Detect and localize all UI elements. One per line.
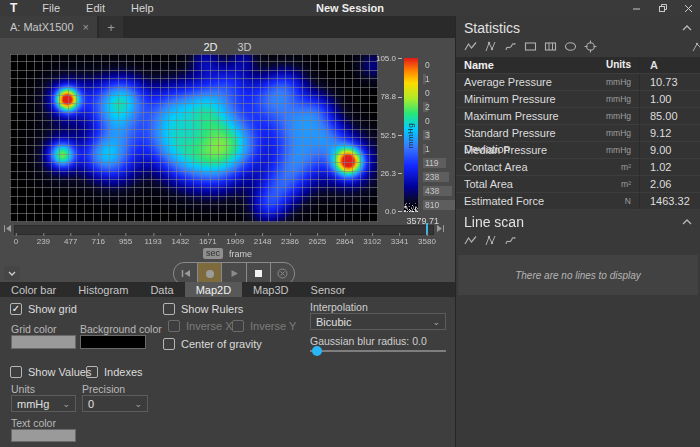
center-of-gravity-checkbox[interactable]: Center of gravity	[163, 338, 262, 350]
minimize-icon[interactable]	[630, 2, 642, 14]
histogram-bin: 3	[423, 128, 455, 142]
play-button[interactable]	[222, 263, 246, 284]
show-rulers-checkbox[interactable]: Show Rulers	[163, 303, 243, 315]
gaussian-blur-slider[interactable]	[310, 350, 446, 352]
tab-sensor[interactable]: Sensor	[300, 282, 357, 297]
tab-color-bar[interactable]: Color bar	[0, 282, 67, 297]
timeline-tick: 3341	[391, 237, 409, 246]
timeline-tick: 1909	[226, 237, 244, 246]
checkbox-icon	[232, 320, 244, 332]
histogram-count: 0	[425, 86, 430, 100]
unit-sec-toggle[interactable]: sec	[203, 248, 223, 259]
stat-name: Maximum Pressure	[464, 108, 589, 124]
timeline-tick: 3580	[418, 237, 436, 246]
units-dropdown[interactable]: mmHg ⌄	[11, 395, 76, 412]
line-scan-header: Line scan	[456, 210, 700, 232]
rectangle-tool-icon[interactable]	[524, 40, 537, 53]
inverse-x-checkbox[interactable]: Inverse X	[168, 320, 232, 332]
unit-frame-toggle[interactable]: frame	[229, 249, 252, 259]
stat-value: 1.00	[639, 91, 700, 107]
tab-close-icon[interactable]: ×	[83, 21, 89, 33]
ellipse-tool-icon[interactable]	[564, 40, 577, 53]
colorbar-tick: 26.3	[380, 169, 402, 178]
skip-right-icon[interactable]	[436, 224, 446, 234]
statistics-table-header: Name Units A	[456, 57, 700, 74]
grid-region-tool-icon[interactable]	[544, 40, 557, 53]
stat-units: m²	[589, 176, 639, 192]
tab-histogram[interactable]: Histogram	[67, 282, 139, 297]
interpolation-dropdown[interactable]: Bicubic ⌄	[310, 313, 446, 330]
inverse-y-label: Inverse Y	[250, 320, 296, 332]
table-row: Minimum Pressure mmHg 1.00	[456, 91, 700, 108]
stop-button[interactable]	[247, 263, 271, 284]
timeline-tick: 955	[119, 237, 132, 246]
indexes-checkbox[interactable]: Indexes	[86, 366, 143, 378]
text-color-label: Text color	[11, 417, 56, 429]
polyline-tool-icon[interactable]	[484, 40, 497, 53]
histogram-bin: 810	[423, 198, 455, 212]
collapse-statistics-icon[interactable]	[682, 25, 692, 31]
timeline-axis: 0 239 477 716 955 1193 1432 1671 1909 21…	[0, 237, 455, 246]
show-grid-checkbox[interactable]: Show grid	[10, 303, 77, 315]
show-grid-label: Show grid	[28, 303, 77, 315]
crosshair-tool-icon[interactable]	[584, 40, 597, 53]
window-title: New Session	[0, 2, 700, 14]
background-color-label: Background color	[80, 323, 162, 335]
show-rulers-label: Show Rulers	[181, 303, 243, 315]
pressure-heatmap[interactable]	[10, 54, 378, 222]
timeline-tick: 239	[37, 237, 50, 246]
checkbox-icon	[10, 303, 22, 315]
freehand-tool-icon[interactable]	[504, 234, 517, 247]
statistics-title: Statistics	[464, 20, 520, 36]
histogram-count: 3	[425, 128, 430, 142]
add-tab-button[interactable]: +	[99, 16, 123, 38]
timeline-tick: 1671	[199, 237, 217, 246]
side-panel: Statistics Name Unit	[455, 16, 700, 447]
histogram-count: 1	[425, 72, 430, 86]
histogram-bin: 119	[423, 156, 455, 170]
precision-label: Precision	[82, 383, 125, 395]
stat-value: 9.00	[639, 142, 700, 158]
colorbar-tick: 105.0	[376, 54, 402, 63]
polyline-tool-icon[interactable]	[484, 234, 497, 247]
window-controls	[630, 0, 694, 16]
document-tab[interactable]: A: MatX1500 ×	[0, 16, 97, 38]
table-row: Estimated Force N 1463.32	[456, 193, 700, 210]
chevron-down-icon: ⌄	[432, 317, 440, 327]
skip-to-start-button[interactable]	[174, 263, 198, 284]
text-color-swatch[interactable]	[11, 429, 76, 442]
tab-map3d[interactable]: Map3D	[242, 282, 299, 297]
collapse-panel-button[interactable]	[4, 266, 20, 280]
checkbox-icon	[10, 366, 22, 378]
timeline-tick: 2625	[308, 237, 326, 246]
histogram-bin: 0	[423, 58, 455, 72]
show-values-checkbox[interactable]: Show Values	[10, 366, 91, 378]
interpolation-value: Bicubic	[316, 316, 351, 328]
scatter-tool-icon[interactable]	[691, 40, 700, 53]
line-tool-icon[interactable]	[464, 40, 477, 53]
close-icon[interactable]	[682, 2, 694, 14]
skip-left-icon[interactable]	[3, 224, 13, 234]
freehand-tool-icon[interactable]	[504, 40, 517, 53]
line-scan-title: Line scan	[464, 214, 524, 230]
histogram-count: 810	[425, 198, 439, 212]
background-color-swatch[interactable]	[80, 335, 146, 349]
timeline-tick: 477	[64, 237, 77, 246]
tab-data[interactable]: Data	[139, 282, 184, 297]
inverse-y-checkbox[interactable]: Inverse Y	[232, 320, 296, 332]
slider-thumb[interactable]	[312, 346, 322, 356]
precision-dropdown[interactable]: 0 ⌄	[82, 395, 148, 412]
timeline-tick: 2386	[281, 237, 299, 246]
line-tool-icon[interactable]	[464, 234, 477, 247]
collapse-line-scan-icon[interactable]	[682, 219, 692, 225]
record-button[interactable]	[198, 263, 222, 284]
cancel-button[interactable]	[271, 263, 294, 284]
table-row: Median Pressure mmHg 9.00	[456, 142, 700, 159]
checkbox-icon	[163, 303, 175, 315]
grid-color-swatch[interactable]	[11, 335, 76, 349]
tab-map2d[interactable]: Map2D	[185, 282, 242, 297]
histogram-bin: 1	[423, 142, 455, 156]
timeline-scrubber[interactable]	[14, 225, 434, 235]
maximize-icon[interactable]	[656, 2, 668, 14]
histogram-count: 119	[425, 156, 439, 170]
